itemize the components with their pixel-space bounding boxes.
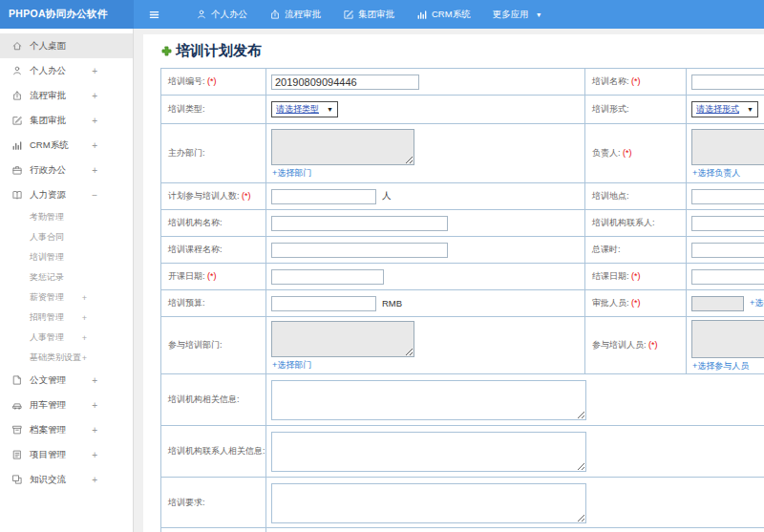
briefcase-icon [11,164,23,176]
participating_departments-label: 参与培训部门: [161,317,266,374]
edit-icon [343,9,354,20]
expand-icon: + [92,425,97,436]
approver-link[interactable]: +选择审批人员 [750,298,764,308]
nav-item-label: 个人办公 [211,9,247,21]
car-icon [11,399,23,411]
approver-field-cell: +选择审批人员 [687,290,764,317]
training_type-select[interactable]: 请选择类型▼ [271,101,338,117]
sidebar-item-人力资源[interactable]: 人力资源− [0,182,133,207]
training_org_contact-input[interactable] [691,216,764,231]
sidebar-item-项目管理[interactable]: 项目管理+ [0,442,133,467]
sidebar-subitem-考勤管理[interactable]: 考勤管理 [0,207,133,227]
leader-link[interactable]: +选择负责人 [692,168,740,178]
training_org_info-field-cell [266,374,764,426]
host_department-textarea[interactable] [271,129,414,165]
host_department-label: 主办部门: [161,124,266,183]
training_type-label: 培训类型: [161,96,266,124]
participating_staff-field-cell: +选择参与人员 [687,317,764,374]
course_name-label: 培训课程名称: [161,237,266,264]
nav-item-个人办公[interactable]: 个人办公 [196,9,247,21]
end_date-input[interactable] [691,269,764,285]
sidebar-subitem-培训管理[interactable]: 培训管理 [0,247,133,267]
course_name-field-cell [266,237,585,264]
start_date-input[interactable] [271,269,384,285]
participating_departments-textarea[interactable] [271,321,414,357]
sidebar-item-个人办公[interactable]: 个人办公+ [0,58,133,83]
required-mark: (*) [631,76,641,86]
form-title: 培训计划发布 [160,43,764,59]
training_budget-suffix: RMB [382,298,402,309]
sidebar: 个人桌面个人办公+流程审批+集团审批+CRM系统+行政办公+人力资源−考勤管理人… [0,29,134,532]
leader-textarea[interactable] [691,129,764,165]
content-panel: 培训计划发布 培训编号: (*)培训名称: (*)培训类型:请选择类型▼培训形式… [143,34,764,532]
form-row: 培训要求: [161,478,764,528]
sidebar-subitem-奖惩记录[interactable]: 奖惩记录 [0,267,133,287]
sidebar-item-label: 个人桌面 [30,40,66,53]
nav-item-CRM系统[interactable]: CRM系统 [416,9,471,21]
chevron-down-icon: ▼ [536,11,542,18]
hamburger-menu-button[interactable] [148,9,160,21]
sidebar-subitem-人事合同[interactable]: 人事合同 [0,227,133,247]
form-row: 主办部门:+选择部门负责人: (*)+选择负责人 [161,124,764,183]
sidebar-subitem-薪资管理[interactable]: 薪资管理+ [0,287,133,308]
sidebar-item-label: 行政办公 [30,164,66,177]
sidebar-subitem-人事管理[interactable]: 人事管理+ [0,328,133,348]
required-mark: (*) [207,271,217,281]
expand-icon: + [82,313,87,323]
training_org_contact-label: 培训机构联系人: [585,210,687,237]
sidebar-item-行政办公[interactable]: 行政办公+ [0,158,133,182]
chart-icon [11,139,23,151]
sidebar-item-个人桌面[interactable]: 个人桌面 [0,33,133,58]
training_type-select-value: 请选择类型 [276,103,319,116]
participating_staff-link[interactable]: +选择参与人员 [692,361,749,371]
sidebar-item-知识交流[interactable]: 知识交流+ [0,467,133,492]
form-row: 培训课程名称:总课时: [161,237,764,264]
sidebar-item-用车管理[interactable]: 用车管理+ [0,393,133,417]
clipboard-icon [11,449,23,460]
nav-item-流程审批[interactable]: 流程审批 [269,9,321,21]
form-row: 附件文档:+附件上传 [161,528,764,532]
training_name-input[interactable] [691,74,764,90]
sidebar-item-流程审批[interactable]: 流程审批+ [0,83,133,108]
training_org_contact-field-cell [687,210,764,237]
training_budget-input[interactable] [271,296,376,311]
sidebar-subitem-label: 人事管理 [30,331,64,344]
training_org_info-textarea[interactable] [271,380,586,420]
training_number-input[interactable] [271,74,419,90]
planned_participants-input[interactable] [271,189,376,204]
training_requirements-textarea[interactable] [271,483,586,523]
total_hours-label: 总课时: [585,237,687,264]
planned_participants-label: 计划参与培训人数: (*) [161,183,266,210]
nav-item-label: 集团审批 [358,9,394,21]
training_org_name-label: 培训机构名称: [161,210,266,237]
sidebar-item-公文管理[interactable]: 公文管理+ [0,368,133,393]
start_date-label: 开课日期: (*) [161,264,266,290]
training_location-input[interactable] [691,189,764,204]
approver-input[interactable] [691,296,744,311]
training_org_contact_info-label: 培训机构联系人相关信息: [161,426,266,478]
host_department-link[interactable]: +选择部门 [272,168,311,178]
sidebar-item-档案管理[interactable]: 档案管理+ [0,417,133,442]
expand-icon: + [92,400,97,411]
training_form-select[interactable]: 请选择形式▼ [691,101,758,117]
expand-icon: + [92,91,97,101]
total_hours-input[interactable] [691,243,764,258]
training_org_contact_info-textarea[interactable] [271,432,586,472]
sidebar-item-CRM系统[interactable]: CRM系统+ [0,133,133,158]
top-nav: 个人办公流程审批集团审批CRM系统更多应用▼ [174,9,542,21]
participating_departments-link[interactable]: +选择部门 [272,360,311,370]
participating_staff-textarea[interactable] [691,320,764,358]
training_org_info-label: 培训机构相关信息: [161,374,266,426]
book-icon [11,189,23,201]
nav-item-集团审批[interactable]: 集团审批 [343,9,394,21]
required-mark: (*) [623,148,632,158]
sidebar-subitem-招聘管理[interactable]: 招聘管理+ [0,308,133,328]
training_org_name-input[interactable] [271,216,448,231]
home-icon [11,40,23,52]
course_name-input[interactable] [271,243,448,258]
nav-item-更多应用[interactable]: 更多应用▼ [493,9,542,21]
sidebar-subitem-基础类别设置[interactable]: 基础类别设置+ [0,348,133,368]
host_department-field-cell: +选择部门 [266,124,585,183]
sidebar-item-集团审批[interactable]: 集团审批+ [0,108,133,133]
training_form-select-value: 请选择形式 [696,103,739,116]
